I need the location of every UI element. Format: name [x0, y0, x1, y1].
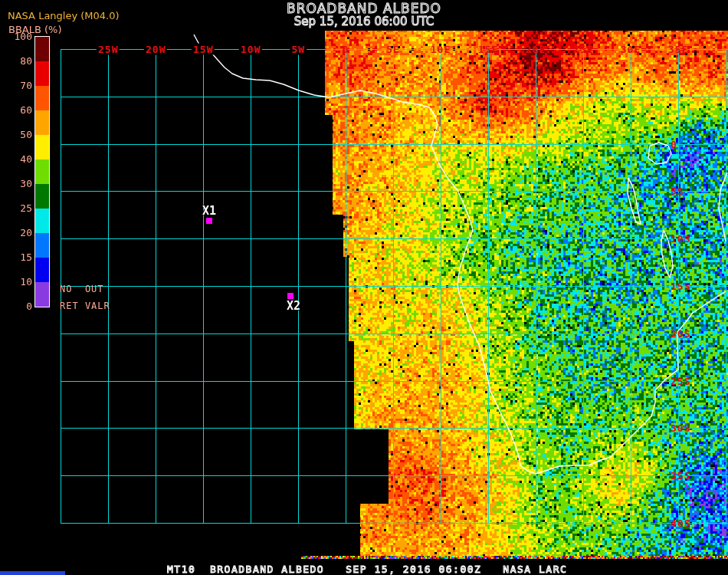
status-bar: MT10 BROADBAND ALBEDO SEP 15, 2016 06:00… [167, 564, 567, 575]
colorbar-segment [35, 209, 49, 233]
marker-x1-label: X1 [202, 204, 216, 218]
colorbar-segment [35, 258, 49, 282]
lon-label: 10W [239, 44, 262, 55]
lat-label: 0 [671, 139, 677, 150]
colorbar-tick-label: 100 [15, 31, 32, 42]
lat-label: 10S [671, 233, 690, 245]
colorbar-tick-label: 60 [20, 104, 32, 116]
lat-label: 35S [671, 470, 690, 481]
colorbar-tick-labels: 100807060504030252015100 [0, 0, 32, 322]
colorbar-tick-label: 15 [20, 251, 32, 263]
colorbar-tick-label: 80 [20, 55, 32, 67]
no-retrieval-legend: NO OUT RET VALR [60, 284, 110, 317]
colorbar [34, 36, 50, 307]
colorbar-tick-label: 20 [20, 227, 32, 238]
colorbar-tick-label: 0 [26, 301, 32, 312]
colorbar-tick-label: 40 [20, 153, 32, 165]
colorbar-tick-label: 25 [20, 202, 32, 214]
marker-x2-label: X2 [287, 299, 300, 313]
lat-label: 15S [671, 281, 690, 292]
lon-label: 25W [97, 44, 120, 55]
colorbar-segment [35, 37, 49, 61]
colorbar-segment [35, 184, 49, 209]
marker-x1-dot [206, 218, 212, 224]
lon-label: 30E [619, 44, 642, 55]
lon-label: 20E [524, 44, 547, 55]
lat-label: 25S [671, 376, 690, 387]
marker-x2-dot [287, 293, 293, 299]
corner-color-strip [0, 571, 65, 575]
colorbar-tick-label: 10 [20, 276, 32, 288]
colorbar-tick-label: 70 [20, 80, 32, 91]
colorbar-tick-label: 50 [20, 129, 32, 140]
colorbar-segment [35, 110, 49, 135]
colorbar-tick-label: 30 [20, 178, 32, 189]
lat-label: 30S [671, 422, 690, 434]
no-retrieval-legend-line2: RET VALR [60, 301, 110, 317]
colorbar-segment [35, 233, 49, 258]
colorbar-segment [35, 61, 49, 86]
no-retrieval-legend-line1: NO OUT [60, 284, 110, 301]
lon-label: 25E [572, 44, 595, 55]
albedo-product-view: 25W20W15W10W5W05E10E15E20E25E30E35E05S10… [0, 0, 728, 575]
colorbar-segment [35, 135, 49, 159]
colorbar-segment [35, 86, 49, 110]
lat-label: 40S [671, 518, 690, 529]
lon-label: 15E [477, 44, 500, 55]
lon-label: 0 [341, 44, 351, 55]
colorbar-segment [35, 282, 49, 307]
lon-label: 35E [667, 44, 690, 55]
lon-label: 15W [192, 44, 215, 55]
lon-label: 5W [290, 44, 307, 55]
lon-label: 20W [144, 44, 167, 55]
lat-label: 20S [671, 328, 690, 340]
lon-label: 5E [385, 44, 402, 55]
colorbar-segment [35, 159, 49, 184]
lat-label: 5S [671, 186, 684, 197]
lon-label: 10E [429, 44, 452, 55]
